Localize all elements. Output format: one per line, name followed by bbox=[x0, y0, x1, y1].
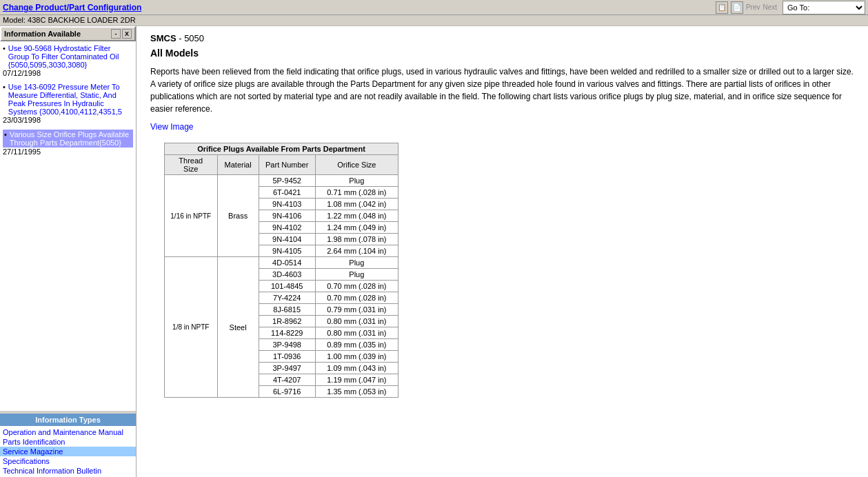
model-bar: Model: 438C BACKHOE LOADER 2DR bbox=[0, 15, 868, 26]
list-item-link-active[interactable]: Various Size Orifice Plugs Available Thr… bbox=[10, 130, 132, 147]
part-cell: 6T-0421 bbox=[259, 187, 315, 199]
orifice-cell: 0.71 mm (.028 in) bbox=[315, 187, 398, 199]
part-cell: 3P-9498 bbox=[259, 339, 315, 351]
bullet-icon: • bbox=[4, 130, 7, 147]
info-type-operation[interactable]: Operation and Maintenance Manual bbox=[0, 427, 136, 437]
toolbar-title[interactable]: Change Product/Part Configuration bbox=[3, 3, 141, 12]
icon1[interactable]: 📋 bbox=[716, 1, 728, 14]
part-cell: 3D-4603 bbox=[259, 269, 315, 281]
main-layout: Information Available - X • Use 90-5968 … bbox=[0, 26, 868, 477]
orifice-cell: 1.35 mm (.053 in) bbox=[315, 386, 398, 398]
orifice-cell: 1.08 mm (.042 in) bbox=[315, 199, 398, 210]
part-cell: 9N-4105 bbox=[259, 245, 315, 257]
nav-prev-button[interactable]: Prev bbox=[746, 3, 760, 11]
left-panel: Information Available - X • Use 90-5968 … bbox=[0, 26, 137, 477]
orifice-cell: Plug bbox=[315, 269, 398, 281]
minimize-button[interactable]: - bbox=[111, 29, 121, 39]
material-cell: Brass bbox=[217, 175, 259, 257]
content-panel: SMCS - 5050 All Models Reports have been… bbox=[137, 26, 868, 477]
info-types-list: Operation and Maintenance Manual Parts I… bbox=[0, 426, 136, 477]
icon2[interactable]: 📄 bbox=[731, 1, 743, 14]
list-item-content-active: • Various Size Orifice Plugs Available T… bbox=[3, 130, 133, 148]
part-cell: 9N-4103 bbox=[259, 199, 315, 210]
orifice-cell: 0.70 mm (.028 in) bbox=[315, 292, 398, 304]
orifice-cell: 1.24 mm (.049 in) bbox=[315, 222, 398, 234]
material-cell: Steel bbox=[217, 257, 259, 398]
goto-select[interactable]: Go To: bbox=[783, 1, 865, 14]
info-type-service[interactable]: Service Magazine bbox=[0, 447, 136, 456]
toolbar-right: 📋 📄 Prev Next Go To: bbox=[716, 1, 865, 14]
info-type-link[interactable]: Parts Identification bbox=[3, 438, 65, 446]
part-cell: 8J-6815 bbox=[259, 304, 315, 316]
smcs-value: 5050 bbox=[184, 33, 204, 43]
orifice-cell: 1.09 mm (.043 in) bbox=[315, 363, 398, 374]
list-item-date: 23/03/1998 bbox=[3, 116, 133, 124]
table-title: Orifice Plugs Available From Parts Depar… bbox=[165, 143, 398, 155]
info-type-link[interactable]: Operation and Maintenance Manual bbox=[3, 428, 123, 436]
col-header-part: Part Number bbox=[259, 155, 315, 175]
orifice-cell: 2.64 mm (.104 in) bbox=[315, 245, 398, 257]
col-header-thread: ThreadSize bbox=[165, 155, 218, 175]
info-available-title: Information Available bbox=[4, 30, 81, 38]
info-type-specs[interactable]: Specifications bbox=[0, 456, 136, 466]
info-list: • Use 90-5968 Hydrostatic Filter Group T… bbox=[0, 41, 136, 411]
orifice-cell: 1.98 mm (.078 in) bbox=[315, 234, 398, 245]
smcs-line: SMCS - 5050 bbox=[150, 33, 854, 43]
part-cell: 7Y-4224 bbox=[259, 292, 315, 304]
orifice-table-wrap: Orifice Plugs Available From Parts Depar… bbox=[164, 143, 854, 398]
info-type-link[interactable]: Specifications bbox=[3, 457, 50, 465]
view-image-link[interactable]: View Image bbox=[150, 122, 854, 132]
orifice-cell: 0.79 mm (.031 in) bbox=[315, 304, 398, 316]
col-header-material: Material bbox=[217, 155, 259, 175]
orifice-cell: 1.00 mm (.039 in) bbox=[315, 351, 398, 363]
list-item-content: • Use 90-5968 Hydrostatic Filter Group T… bbox=[3, 44, 133, 69]
info-type-tech-bull[interactable]: Technical Information Bulletin bbox=[0, 466, 136, 476]
table-row: 1/16 in NPTF Brass 5P-9452 Plug bbox=[165, 175, 398, 187]
toolbar: Change Product/Part Configuration 📋 📄 Pr… bbox=[0, 0, 868, 15]
orifice-cell: 1.22 mm (.048 in) bbox=[315, 210, 398, 222]
part-cell: 4D-0514 bbox=[259, 257, 315, 269]
nav-next-button[interactable]: Next bbox=[763, 3, 777, 11]
list-item: • Use 143-6092 Pressure Meter To Measure… bbox=[3, 83, 133, 124]
part-cell: 9N-4102 bbox=[259, 222, 315, 234]
smcs-separator: - bbox=[179, 33, 184, 43]
orifice-cell: Plug bbox=[315, 257, 398, 269]
table-body: 1/16 in NPTF Brass 5P-9452 Plug 6T-0421 … bbox=[165, 175, 398, 398]
info-type-parts[interactable]: Parts Identification bbox=[0, 437, 136, 447]
model-label: Model: bbox=[3, 16, 26, 24]
orifice-cell: 1.19 mm (.047 in) bbox=[315, 374, 398, 386]
orifice-cell: 0.89 mm (.035 in) bbox=[315, 339, 398, 351]
thread-cell: 1/16 in NPTF bbox=[165, 175, 218, 257]
list-item-link[interactable]: Use 90-5968 Hydrostatic Filter Group To … bbox=[8, 44, 133, 69]
bullet-icon: • bbox=[3, 83, 6, 116]
info-types-header: Information Types bbox=[0, 414, 136, 426]
part-cell: 1T-0936 bbox=[259, 351, 315, 363]
part-cell: 3P-9497 bbox=[259, 363, 315, 374]
part-cell: 9N-4106 bbox=[259, 210, 315, 222]
header-controls: - X bbox=[111, 29, 132, 39]
col-header-orifice: Orifice Size bbox=[315, 155, 398, 175]
orifice-cell: 0.80 mm (.031 in) bbox=[315, 316, 398, 327]
part-cell: 9N-4104 bbox=[259, 234, 315, 245]
part-cell: 114-8229 bbox=[259, 327, 315, 339]
part-cell: 6L-9716 bbox=[259, 386, 315, 398]
list-item-link[interactable]: Use 143-6092 Pressure Meter To Measure D… bbox=[8, 83, 133, 116]
info-type-link[interactable]: Technical Information Bulletin bbox=[3, 467, 101, 475]
part-cell: 101-4845 bbox=[259, 281, 315, 292]
orifice-cell: Plug bbox=[315, 175, 398, 187]
part-cell: 4T-4207 bbox=[259, 374, 315, 386]
thread-cell: 1/8 in NPTF bbox=[165, 257, 218, 398]
part-cell: 5P-9452 bbox=[259, 175, 315, 187]
info-available-header: Information Available - X bbox=[0, 26, 136, 41]
close-button[interactable]: X bbox=[122, 29, 132, 39]
orifice-cell: 0.80 mm (.031 in) bbox=[315, 327, 398, 339]
list-item: • Use 90-5968 Hydrostatic Filter Group T… bbox=[3, 44, 133, 77]
part-cell: 1R-8962 bbox=[259, 316, 315, 327]
model-value: 438C BACKHOE LOADER 2DR bbox=[28, 16, 136, 24]
smcs-label: SMCS bbox=[150, 33, 176, 43]
orifice-cell: 0.70 mm (.028 in) bbox=[315, 281, 398, 292]
all-models-heading: All Models bbox=[150, 48, 854, 59]
list-item-content: • Use 143-6092 Pressure Meter To Measure… bbox=[3, 83, 133, 116]
info-type-link[interactable]: Service Magazine bbox=[3, 447, 63, 456]
list-item-date: 07/12/1998 bbox=[3, 69, 133, 77]
